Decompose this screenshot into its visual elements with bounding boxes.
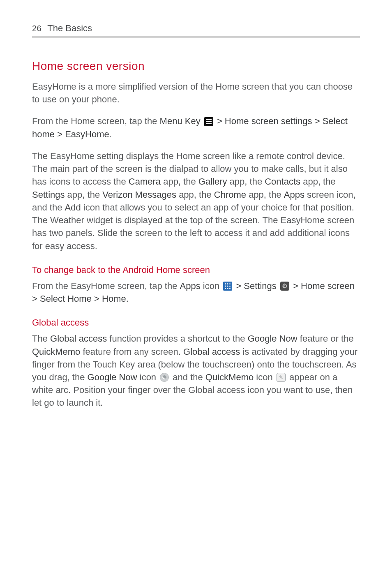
settings-icon xyxy=(280,282,289,291)
page-section-title: The Basics xyxy=(47,23,92,34)
quickmemo-icon xyxy=(277,373,286,382)
text: app, the xyxy=(300,176,336,187)
text: > xyxy=(233,281,244,291)
text: > xyxy=(214,116,225,126)
text: . xyxy=(109,129,112,139)
text: feature from any screen. xyxy=(80,347,183,357)
paragraph-navigation-to-easyhome: From the Home screen, tap the Menu Key >… xyxy=(32,115,360,140)
text: app, the xyxy=(161,176,198,187)
settings-label: Settings xyxy=(244,281,277,291)
text: app, the xyxy=(176,190,214,200)
text: > xyxy=(92,294,102,304)
chrome-app-label: Chrome xyxy=(214,190,246,200)
text: and the xyxy=(170,372,205,382)
apps-icon xyxy=(223,282,232,291)
text: > xyxy=(312,116,323,126)
global-access-label: Global access xyxy=(183,347,240,357)
camera-app-label: Camera xyxy=(129,176,161,187)
paragraph-global-access: The Global access function provides a sh… xyxy=(32,332,360,409)
heading-change-back-android: To change back to the Android Home scree… xyxy=(32,265,360,275)
add-icon-label: Add xyxy=(65,202,81,213)
page-header: 26 The Basics xyxy=(32,23,360,37)
paragraph-easyhome-description: The EasyHome setting displays the Home s… xyxy=(32,150,360,252)
text: app, the xyxy=(246,190,284,200)
text: app, the xyxy=(227,176,265,187)
select-home-label: Select Home xyxy=(40,294,92,304)
home-screen-settings-label: Home screen settings xyxy=(225,116,312,126)
home-screen-label: Home screen xyxy=(301,281,355,291)
home-label: Home xyxy=(102,294,126,304)
text: From the Home screen, tap the xyxy=(32,116,160,126)
menu-key-label: Menu Key xyxy=(160,116,201,126)
text: feature or the xyxy=(297,333,354,344)
text: From the EasyHome screen, tap the xyxy=(32,281,180,291)
google-now-label: Google Now xyxy=(248,333,297,344)
contacts-app-label: Contacts xyxy=(265,176,300,187)
global-access-label: Global access xyxy=(50,333,107,344)
text: icon xyxy=(137,372,159,382)
text: > xyxy=(55,129,65,139)
text: . xyxy=(126,294,129,304)
apps-label: Apps xyxy=(180,281,201,291)
text: app, the xyxy=(65,190,103,200)
heading-global-access: Global access xyxy=(32,317,360,328)
page-number: 26 xyxy=(32,24,42,33)
apps-screen-label: Apps xyxy=(284,190,304,200)
quickmemo-label: QuickMemo xyxy=(32,347,80,357)
paragraph-navigation-to-home: From the EasyHome screen, tap the Apps i… xyxy=(32,280,360,305)
google-now-label: Google Now xyxy=(88,372,137,382)
menu-key-icon xyxy=(204,117,213,126)
easyhome-label: EasyHome xyxy=(65,129,109,139)
text: The xyxy=(32,333,50,344)
text: > xyxy=(291,281,301,291)
google-now-icon xyxy=(160,373,169,382)
heading-home-screen-version: Home screen version xyxy=(32,60,360,73)
verizon-messages-app-label: Verizon Messages xyxy=(102,190,176,200)
quickmemo-label: QuickMemo xyxy=(205,372,254,382)
settings-app-label: Settings xyxy=(32,190,65,200)
gallery-app-label: Gallery xyxy=(198,176,227,187)
text: function provides a shortcut to the xyxy=(107,333,247,344)
text: icon xyxy=(254,372,275,382)
text: icon xyxy=(201,281,222,291)
text: > xyxy=(32,294,40,304)
paragraph-easyhome-intro: EasyHome is a more simplified version of… xyxy=(32,80,360,106)
